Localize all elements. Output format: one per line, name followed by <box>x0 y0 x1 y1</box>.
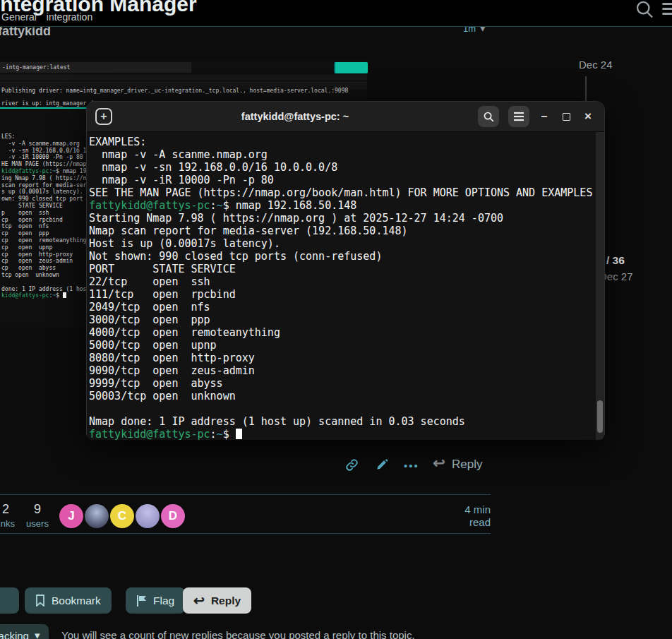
topic-reply-button[interactable]: ↩ Reply <box>183 587 251 614</box>
terminal-line: cp open abyss <box>1 265 86 272</box>
reply-button-label[interactable]: Reply <box>452 458 482 472</box>
terminal-window: + fattykidd@fattys-pc: ~ – <box>86 101 605 439</box>
terminal-line: cp open http-proxy <box>1 251 86 258</box>
text-cursor <box>236 429 242 439</box>
avatar[interactable] <box>136 504 160 528</box>
terminal-line: cp open remoteanything <box>1 237 86 244</box>
bookmark-button[interactable]: Bookmark <box>25 587 112 614</box>
avatar[interactable]: C <box>110 504 134 528</box>
terminal-search-button[interactable] <box>478 106 499 127</box>
text-cursor <box>63 292 66 298</box>
tracking-dropdown[interactable]: Tracking ▾ <box>0 624 49 639</box>
edit-button[interactable] <box>376 458 388 471</box>
tracking-dropdown-label: Tracking <box>0 630 29 639</box>
terminal-line <box>1 279 86 286</box>
chevron-down-icon: ▾ <box>35 629 40 639</box>
new-tab-button[interactable]: + <box>95 108 112 125</box>
minimize-button[interactable]: – <box>539 111 550 122</box>
close-icon: × <box>584 109 592 124</box>
users-count: 9 <box>21 502 54 517</box>
pencil-icon <box>376 458 388 471</box>
avatar[interactable]: D <box>161 504 185 528</box>
terminal-line: -v -sn 192.168.0.0/16 1 <box>1 148 86 155</box>
terminal-line: SEE THE MAN PAGE (https://nmap.org/book/… <box>89 186 594 199</box>
maximize-button[interactable] <box>560 111 572 122</box>
terminal-line: 9999/tcp open abyss <box>89 377 594 390</box>
image-publish-line: Publishing driver: name=intg_manager_dri… <box>1 88 348 94</box>
terminal-line <box>89 402 594 415</box>
header-search-button[interactable] <box>634 0 655 20</box>
terminal-line: cp open ppp <box>1 230 86 237</box>
terminal-line: tcp open unknown <box>1 272 86 279</box>
page: -intg-manager:latest Publishing driver: … <box>0 0 672 639</box>
share-button[interactable]: Share <box>0 587 19 614</box>
plus-icon: + <box>100 111 107 122</box>
terminal-titlebar[interactable]: + fattykidd@fattys-pc: ~ – <box>87 102 604 132</box>
terminal-line: 5000/tcp open upnp <box>89 339 594 352</box>
terminal-line: 3000/tcp open ppp <box>89 313 594 326</box>
links-stat[interactable]: 2 links <box>0 502 21 529</box>
close-button[interactable]: × <box>582 111 594 122</box>
divider <box>0 494 491 495</box>
flag-icon <box>136 595 147 607</box>
avatar[interactable]: J <box>59 504 83 528</box>
reply-button[interactable]: ↩ <box>433 455 445 472</box>
terminal-line: 111/tcp open rpcbind <box>89 288 594 301</box>
image-terminal-text: LES: -v -A scanme.nmap.org -v -sn 192.16… <box>1 133 86 299</box>
terminal-line: cp open zeus-admin <box>1 258 86 265</box>
copy-link-button[interactable] <box>345 458 359 472</box>
read-time-label: read <box>424 516 491 529</box>
terminal-scrollbar[interactable] <box>596 132 604 440</box>
terminal-line: nmap -v -sn 192.168.0.0/16 10.0.0.0/8 <box>89 161 594 174</box>
users-stat[interactable]: 9 users <box>21 502 54 529</box>
hamburger-icon <box>513 112 524 121</box>
timeline-start-date[interactable]: Dec 24 <box>579 59 613 71</box>
users-label: users <box>21 518 54 529</box>
flag-button[interactable]: Flag <box>126 587 185 614</box>
terminal-line: cp open upnp <box>1 244 86 251</box>
more-actions-button[interactable]: ••• <box>404 460 419 472</box>
terminal-line: kidd@fattys-pc:~$ <box>1 292 86 299</box>
terminal-line: Nmap scan report for media-server (192.1… <box>89 225 594 237</box>
terminal-line: Host is up (0.00017s latency). <box>89 237 594 250</box>
terminal-title: fattykidd@fattys-pc: ~ <box>112 111 478 122</box>
terminal-line: 8080/tcp open http-proxy <box>89 352 594 364</box>
terminal-line: nmap -v -iR 10000 -Pn -p 80 <box>89 174 594 186</box>
topic-reply-button-label: Reply <box>211 595 241 607</box>
terminal-line: 9090/tcp open zeus-admin <box>89 364 594 377</box>
reply-arrow-icon: ↩ <box>433 455 445 471</box>
terminal-line: Starting Nmap 7.98 ( https://nmap.org ) … <box>89 212 594 225</box>
participant-avatars: JCD <box>59 504 185 528</box>
category-link[interactable]: General <box>1 11 37 23</box>
terminal-line: STATE SERVICE <box>1 203 86 210</box>
terminal-line: LES: <box>1 133 86 141</box>
terminal-content[interactable]: EXAMPLES: nmap -v -A scanme.nmap.org nma… <box>87 132 604 440</box>
divider <box>0 533 491 534</box>
maximize-icon <box>563 113 570 121</box>
site-header: Integration Manager General integration <box>0 0 672 27</box>
minimize-icon: – <box>541 110 548 123</box>
terminal-line: nmap -v -A scanme.nmap.org <box>89 148 594 161</box>
breadcrumb: General integration <box>1 11 92 23</box>
header-menu-button[interactable] <box>662 3 672 18</box>
terminal-scrollbar-thumb[interactable] <box>597 400 603 433</box>
flag-button-label: Flag <box>153 595 174 607</box>
terminal-line: -v -A scanme.nmap.org <box>1 141 86 148</box>
image-code-line: -intg-manager:latest <box>0 62 191 73</box>
terminal-line: EXAMPLES: <box>89 136 594 148</box>
terminal-line: kidd@fattys-pc:~$ nmap 19 <box>1 168 86 175</box>
terminal-menu-button[interactable] <box>508 106 529 127</box>
terminal-line: cp open rpcbind <box>1 217 86 224</box>
reply-arrow-icon: ↩ <box>193 592 205 609</box>
terminal-line: 4000/tcp open remoteanything <box>89 326 594 339</box>
tag-link[interactable]: integration <box>47 11 92 23</box>
avatar[interactable] <box>85 504 109 528</box>
tracking-notice: You will see a count of new replies beca… <box>61 629 415 639</box>
terminal-line: scan report for media-ser <box>1 182 86 189</box>
bookmark-button-label: Bookmark <box>52 595 101 607</box>
terminal-line: fattykidd@fattys-pc:~$ nmap 192.168.50.1… <box>89 199 594 212</box>
terminal-line: HE MAN PAGE (https://nmap <box>1 161 86 168</box>
terminal-line: Not shown: 990 closed tcp ports (conn-re… <box>89 250 594 263</box>
terminal-line: s up (0.00017s latency). <box>1 189 86 196</box>
terminal-line: fattykidd@fattys-pc:~$ <box>89 428 594 440</box>
